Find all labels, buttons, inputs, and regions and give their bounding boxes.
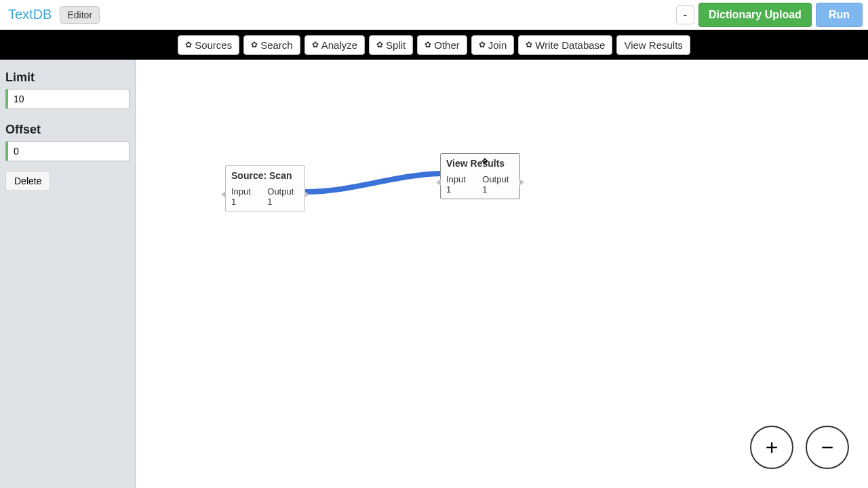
toolbar-write-database[interactable]: ✿Write Database (518, 35, 612, 55)
refresh-icon: ✿ (312, 41, 319, 49)
refresh-icon: ✿ (425, 41, 431, 49)
zoom-out-button[interactable]: − (806, 426, 849, 469)
operator-toolbar: ✿Sources ✿Search ✿Analyze ✿Split ✿Other … (0, 30, 868, 60)
refresh-icon: ✿ (376, 41, 383, 49)
port-in-icon (436, 179, 441, 186)
offset-label: Offset (5, 123, 130, 137)
flow-canvas[interactable]: Source: Scan Input 1 Output 1 View Resul… (136, 60, 868, 488)
brand-logo: TextDB (8, 7, 52, 22)
node-title: View Results (446, 158, 514, 169)
port-output-label: Output 1 (482, 174, 514, 195)
refresh-icon: ✿ (251, 41, 258, 49)
toolbar-join[interactable]: ✿Join (471, 35, 515, 55)
node-view-results[interactable]: View Results Input 1 Output 1 ✥ (440, 153, 520, 199)
toolbar-split[interactable]: ✿Split (369, 35, 413, 55)
zoom-controls: + − (750, 426, 849, 469)
limit-label: Limit (5, 70, 130, 85)
port-input-label: Input 1 (231, 186, 256, 207)
properties-sidebar: Limit Offset Delete (0, 60, 136, 488)
refresh-icon: ✿ (185, 41, 192, 49)
port-input-label: Input 1 (446, 174, 471, 195)
run-button[interactable]: Run (816, 3, 863, 27)
node-title: Source: Scan (231, 170, 299, 181)
toolbar-view-results[interactable]: View Results (616, 35, 690, 55)
port-output-label: Output 1 (267, 186, 299, 207)
main-area: Limit Offset Delete Source: Scan Input 1… (0, 60, 868, 488)
dictionary-upload-button[interactable]: Dictionary Upload (698, 3, 812, 27)
toolbar-analyze[interactable]: ✿Analyze (304, 35, 365, 55)
toolbar-other[interactable]: ✿Other (417, 35, 467, 55)
delete-button[interactable]: Delete (5, 171, 50, 191)
collapse-button[interactable]: - (676, 5, 694, 24)
refresh-icon: ✿ (479, 41, 486, 49)
offset-input[interactable] (5, 141, 130, 161)
port-in-icon (221, 191, 226, 198)
editor-button[interactable]: Editor (60, 6, 100, 24)
node-source-scan[interactable]: Source: Scan Input 1 Output 1 (225, 165, 305, 211)
refresh-icon: ✿ (526, 41, 532, 49)
top-bar: TextDB Editor - Dictionary Upload Run (0, 0, 868, 30)
toolbar-sources[interactable]: ✿Sources (178, 35, 239, 55)
limit-input[interactable] (5, 89, 130, 109)
port-out-icon (304, 191, 309, 198)
connection-line (136, 60, 868, 488)
toolbar-search[interactable]: ✿Search (243, 35, 300, 55)
zoom-in-button[interactable]: + (750, 426, 793, 469)
port-out-icon (519, 179, 524, 186)
